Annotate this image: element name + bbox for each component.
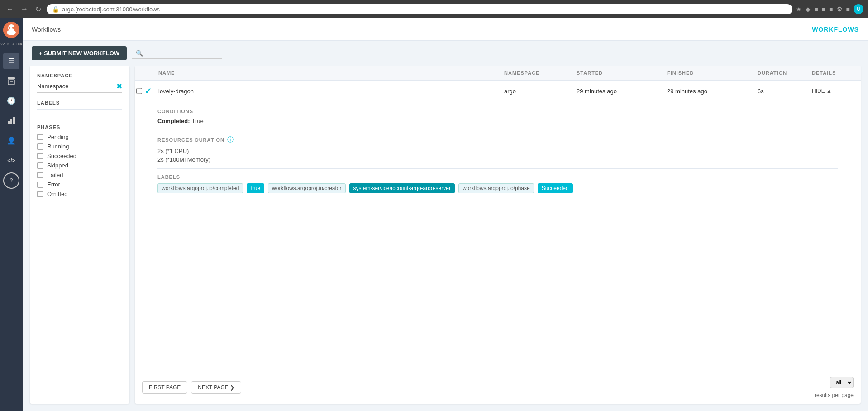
conditions-title: CONDITIONS — [157, 109, 838, 114]
th-name: NAME — [153, 70, 499, 76]
phase-item-omitted[interactable]: Omitted — [37, 191, 122, 197]
condition-row: Completed: True — [157, 118, 838, 124]
back-button[interactable]: ← — [5, 3, 15, 15]
toolbar: + SUBMIT NEW WORKFLOW 🔍 — [23, 41, 868, 66]
browser-actions: ★ ◆ ■ ■ ■ ⚙ ■ U — [796, 4, 863, 14]
phase-checkbox-failed[interactable] — [37, 172, 43, 178]
hide-btn-text[interactable]: HIDE ▲ — [812, 88, 855, 94]
sidebar-item-menu[interactable]: ☰ — [3, 53, 19, 69]
version-label: v2.10.0- rc4 — [0, 42, 22, 47]
phase-checkbox-running[interactable] — [37, 143, 43, 150]
sidebar-item-reports[interactable] — [3, 113, 19, 129]
ext3-icon[interactable]: ■ — [822, 5, 825, 13]
th-checkbox — [135, 70, 153, 76]
phase-label-pending: Pending — [47, 134, 69, 140]
page-buttons: FIRST PAGE NEXT PAGE ❯ — [142, 381, 241, 394]
submit-workflow-button[interactable]: + SUBMIT NEW WORKFLOW — [32, 46, 127, 60]
phase-item-pending[interactable]: Pending — [37, 134, 122, 140]
phases-section-title: PHASES — [37, 124, 122, 130]
first-page-button[interactable]: FIRST PAGE — [142, 381, 187, 394]
ext1-icon[interactable]: ◆ — [806, 5, 811, 13]
completed-value: True — [192, 118, 204, 124]
resources-title: RESOURCES DURATION — [157, 137, 224, 143]
phase-item-skipped[interactable]: Skipped — [37, 162, 122, 169]
next-page-button[interactable]: NEXT PAGE ❯ — [191, 381, 241, 394]
phase-checkbox-skipped[interactable] — [37, 162, 43, 169]
resource-row-memory: 2s (*100Mi Memory) — [157, 156, 838, 163]
filter-sidebar: NAMESPACE ✖ LABELS PHASES Pending Runnin… — [30, 66, 129, 404]
phase-label-error: Error — [47, 181, 60, 188]
profile-icon[interactable]: U — [854, 4, 863, 14]
sidebar-item-code[interactable]: </> — [3, 153, 19, 169]
sidebar-item-help[interactable]: ? — [3, 172, 19, 189]
phases-list: Pending Running Succeeded Skipped — [37, 134, 122, 197]
workflow-main-row: ✔ lovely-dragon argo 29 minutes ago 29 m… — [135, 81, 861, 101]
hide-details-button[interactable]: HIDE ▲ — [806, 88, 861, 94]
sidebar-icons: v2.10.0- rc4 ☰ 🕐 👤 </> ? — [0, 18, 23, 411]
per-page-label: results per page — [815, 392, 854, 398]
phase-item-running[interactable]: Running — [37, 143, 122, 150]
phase-label-succeeded: Succeeded — [47, 153, 76, 159]
phase-label-omitted: Omitted — [47, 191, 68, 197]
resource-row-cpu: 2s (*1 CPU) — [157, 148, 838, 154]
workflow-name[interactable]: lovely-dragon — [153, 88, 499, 95]
phase-checkbox-succeeded[interactable] — [37, 153, 43, 159]
top-bar: Workflows WORKFLOWS — [23, 18, 868, 41]
divider-2 — [157, 168, 838, 169]
row-checkbox-cell: ✔ — [135, 86, 153, 96]
table-area: NAME NAMESPACE STARTED FINISHED DURATION… — [135, 66, 861, 404]
phase-item-error[interactable]: Error — [37, 181, 122, 188]
lock-icon: 🔒 — [52, 6, 59, 13]
row-select-checkbox[interactable] — [136, 88, 142, 94]
table-header: NAME NAMESPACE STARTED FINISHED DURATION… — [135, 66, 861, 81]
table-spacer — [135, 201, 861, 371]
settings-icon[interactable]: ⚙ — [837, 5, 843, 13]
resources-header: RESOURCES DURATION ⓘ — [157, 136, 838, 144]
ext5-icon[interactable]: ■ — [846, 5, 850, 13]
pagination-bar: FIRST PAGE NEXT PAGE ❯ all 10 25 50 resu… — [135, 371, 861, 404]
reports-icon — [7, 116, 16, 125]
info-icon: ⓘ — [227, 136, 234, 144]
svg-point-4 — [7, 30, 16, 35]
workflow-finished: 29 minutes ago — [662, 88, 752, 95]
main-content: Workflows WORKFLOWS + SUBMIT NEW WORKFLO… — [23, 18, 868, 411]
divider-1 — [157, 130, 838, 130]
th-namespace: NAMESPACE — [499, 70, 571, 76]
phase-checkbox-pending[interactable] — [37, 134, 43, 140]
ext2-icon[interactable]: ■ — [814, 5, 818, 13]
phase-label-running: Running — [47, 143, 69, 150]
label-tag-phase: workflows.argoproj.io/phase — [458, 183, 534, 193]
label-tag-succeeded: Succeeded — [538, 183, 573, 193]
svg-rect-8 — [8, 121, 10, 124]
th-started: STARTED — [571, 70, 662, 76]
workflow-namespace: argo — [499, 88, 571, 95]
search-box: 🔍 — [132, 48, 222, 59]
th-details: DETAILS — [806, 70, 861, 76]
namespace-input[interactable] — [37, 83, 116, 90]
phase-label-failed: Failed — [47, 172, 63, 178]
workflow-duration: 6s — [752, 88, 806, 95]
search-input[interactable] — [146, 50, 218, 57]
clear-namespace-icon[interactable]: ✖ — [116, 82, 122, 91]
sidebar-item-clock[interactable]: 🕐 — [3, 93, 19, 109]
phase-item-failed[interactable]: Failed — [37, 172, 122, 178]
address-bar[interactable]: 🔒 argo.[redacted].com:31000/workflows — [47, 4, 792, 14]
phase-checkbox-omitted[interactable] — [37, 191, 43, 197]
completed-label: Completed: — [157, 118, 190, 124]
labels-row: workflows.argoproj.io/completed true wor… — [157, 183, 838, 193]
phase-checkbox-error[interactable] — [37, 182, 43, 188]
resources-rows: 2s (*1 CPU) 2s (*100Mi Memory) — [157, 148, 838, 163]
label-tag-true: true — [247, 183, 264, 193]
per-page-select[interactable]: all 10 25 50 — [830, 377, 854, 388]
forward-button[interactable]: → — [19, 3, 30, 15]
ext4-icon[interactable]: ■ — [829, 5, 833, 13]
reload-button[interactable]: ↻ — [33, 3, 43, 15]
th-finished: FINISHED — [662, 70, 752, 76]
sidebar-item-user[interactable]: 👤 — [3, 133, 19, 149]
phase-item-succeeded[interactable]: Succeeded — [37, 153, 122, 159]
sidebar-item-archive[interactable] — [3, 73, 19, 89]
star-icon[interactable]: ★ — [796, 5, 802, 13]
namespace-input-wrapper: ✖ — [37, 82, 122, 93]
success-status-icon: ✔ — [145, 86, 152, 96]
svg-point-2 — [9, 27, 10, 29]
